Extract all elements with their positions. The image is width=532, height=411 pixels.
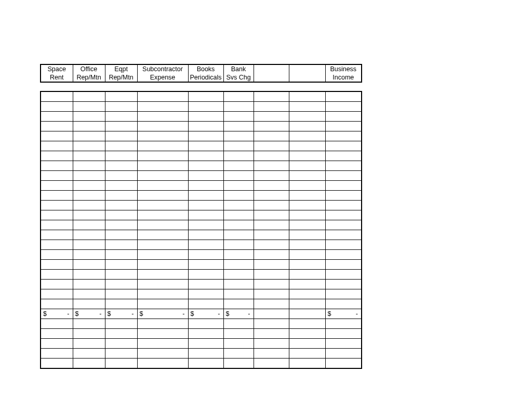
data-cell — [73, 270, 105, 280]
data-cell — [137, 329, 188, 339]
currency-symbol: $ — [328, 309, 331, 319]
data-cell — [254, 299, 289, 309]
totals-cell: $- — [73, 309, 105, 319]
data-cell — [41, 122, 73, 131]
data-cell — [254, 161, 289, 171]
data-cell — [105, 339, 137, 349]
table-row — [41, 329, 362, 339]
data-cell — [289, 270, 325, 280]
header-cell — [289, 64, 325, 73]
data-cell — [137, 349, 188, 359]
table-row — [41, 210, 362, 220]
data-cell — [254, 270, 289, 280]
currency-symbol: $ — [75, 309, 79, 319]
data-cell — [137, 181, 188, 191]
data-cell — [137, 319, 188, 329]
data-cell — [41, 329, 73, 339]
data-cell — [188, 102, 223, 112]
data-cell — [73, 131, 105, 141]
header-cell — [289, 73, 325, 82]
data-cell — [289, 91, 325, 102]
data-cell — [223, 319, 254, 329]
data-cell — [254, 191, 289, 201]
totals-cell: $- — [105, 309, 137, 319]
data-cell — [105, 299, 137, 309]
currency-symbol: $ — [226, 309, 230, 319]
data-cell — [325, 240, 362, 250]
data-cell — [289, 250, 325, 260]
data-cell — [137, 102, 188, 112]
data-cell — [105, 319, 137, 329]
data-cell — [254, 230, 289, 240]
totals-cell: $- — [223, 309, 254, 319]
table-row — [41, 289, 362, 299]
data-cell — [73, 91, 105, 102]
data-cell — [289, 210, 325, 220]
table-row — [41, 339, 362, 349]
data-cell — [105, 210, 137, 220]
data-cell — [325, 151, 362, 161]
data-cell — [254, 220, 289, 230]
data-cell — [325, 359, 362, 369]
data-cell — [105, 102, 137, 112]
totals-cell: $- — [41, 309, 73, 319]
data-cell — [188, 210, 223, 220]
data-cell — [325, 220, 362, 230]
data-cell — [73, 299, 105, 309]
data-cell — [289, 171, 325, 181]
data-cell — [223, 102, 254, 112]
amount-dash: - — [182, 309, 185, 319]
data-cell — [73, 210, 105, 220]
data-cell — [254, 319, 289, 329]
data-cell — [289, 201, 325, 210]
data-cell — [137, 270, 188, 280]
data-cell — [223, 201, 254, 210]
data-cell — [73, 112, 105, 122]
data-cell — [254, 240, 289, 250]
totals-row: $-$-$-$-$-$-$- — [41, 309, 362, 319]
data-cell — [41, 270, 73, 280]
data-cell — [289, 161, 325, 171]
data-cell — [289, 141, 325, 151]
table-row — [41, 260, 362, 270]
data-cell — [254, 201, 289, 210]
header-cell — [254, 73, 289, 82]
data-cell — [137, 161, 188, 171]
data-cell — [41, 210, 73, 220]
data-cell — [325, 181, 362, 191]
table-row — [41, 141, 362, 151]
data-cell — [289, 260, 325, 270]
data-cell — [254, 91, 289, 102]
totals-cell: $- — [325, 309, 362, 319]
money-value: $- — [191, 309, 221, 319]
data-cell — [188, 230, 223, 240]
data-cell — [137, 112, 188, 122]
data-cell — [289, 191, 325, 201]
data-cell — [41, 299, 73, 309]
data-cell — [41, 141, 73, 151]
data-cell — [41, 201, 73, 210]
header-cell: Subcontractor — [137, 64, 188, 73]
table-row — [41, 181, 362, 191]
data-cell — [223, 270, 254, 280]
data-cell — [41, 240, 73, 250]
money-value: $- — [140, 309, 186, 319]
data-cell — [188, 122, 223, 131]
data-cell — [41, 280, 73, 289]
data-cell — [73, 171, 105, 181]
table-row — [41, 270, 362, 280]
data-cell — [325, 319, 362, 329]
data-cell — [325, 102, 362, 112]
data-cell — [254, 289, 289, 299]
data-cell — [41, 171, 73, 181]
data-cell — [223, 171, 254, 181]
money-value: $- — [108, 309, 135, 319]
data-cell — [223, 161, 254, 171]
data-cell — [289, 230, 325, 240]
table-row — [41, 220, 362, 230]
data-cell — [325, 260, 362, 270]
header-cell: Income — [325, 73, 362, 82]
data-cell — [41, 102, 73, 112]
header-body-gap — [41, 82, 362, 91]
data-cell — [41, 359, 73, 369]
